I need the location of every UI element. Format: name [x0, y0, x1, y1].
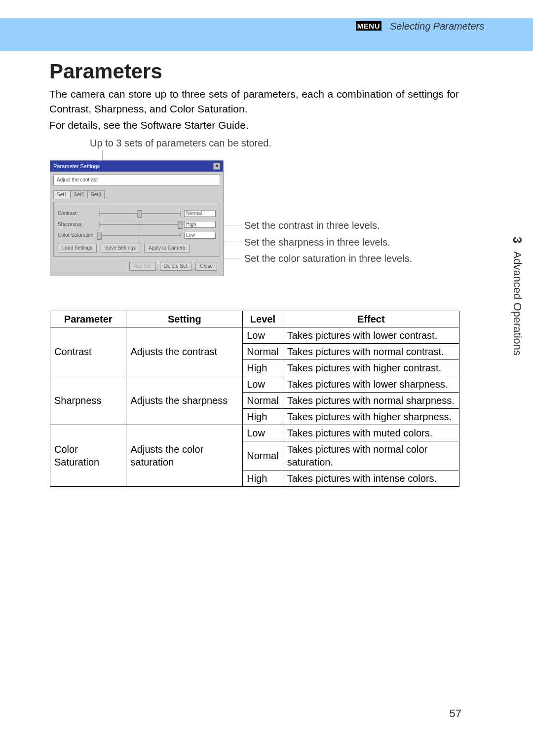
- cell-effect: Takes pictures with normal color saturat…: [283, 441, 459, 470]
- callout-sharpness: Set the sharpness in three levels.: [244, 237, 390, 247]
- dialog-title: Parameter Settings: [53, 164, 100, 169]
- cell-effect: Takes pictures with normal contrast.: [283, 344, 459, 360]
- dialog-button[interactable]: Load Settings: [58, 244, 97, 252]
- dialog-button[interactable]: Close: [195, 262, 217, 271]
- table-row: SharpnessAdjusts the sharpnessLowTakes p…: [50, 376, 459, 393]
- cell-parameter: Sharpness: [50, 376, 126, 425]
- cell-effect: Takes pictures with intense colors.: [283, 470, 459, 487]
- figure-caption-top: Up to 3 sets of parameters can be stored…: [90, 138, 271, 148]
- leader-line: [223, 225, 242, 225]
- slider-value: High: [184, 221, 216, 228]
- table-header: Setting: [126, 311, 243, 327]
- intro-text-2: For details, see the Software Starter Gu…: [49, 118, 459, 132]
- cell-effect: Takes pictures with lower contrast.: [283, 327, 459, 344]
- page-number: 57: [450, 708, 461, 719]
- cell-level: High: [243, 470, 283, 487]
- cell-level: High: [243, 360, 283, 376]
- chapter-tab: 3 Advanced Operations: [511, 237, 523, 356]
- cell-setting: Adjusts the contrast: [126, 327, 243, 376]
- callout-contrast: Set the contrast in three levels.: [244, 220, 380, 230]
- leader-line: [223, 242, 242, 242]
- cell-effect: Takes pictures with higher sharpness.: [283, 409, 459, 425]
- leader-line: [223, 258, 242, 258]
- table-row: ContrastAdjusts the contrastLowTakes pic…: [50, 327, 459, 344]
- slider-thumb[interactable]: [178, 221, 183, 229]
- page-title: Parameters: [49, 59, 459, 84]
- tab-set3[interactable]: Set3: [87, 190, 105, 199]
- cell-level: Normal: [243, 344, 283, 360]
- parameter-settings-dialog: Parameter Settings × Adjust the contrast…: [50, 160, 224, 276]
- slider-track[interactable]: [99, 232, 180, 239]
- table-header: Level: [243, 311, 283, 327]
- dialog-button[interactable]: Add Set: [129, 262, 156, 271]
- table-header: Parameter: [50, 311, 126, 327]
- slider-label: Contrast:: [58, 211, 99, 216]
- slider-row: Sharpness:High: [58, 221, 216, 228]
- cell-effect: Takes pictures with lower sharpness.: [283, 376, 459, 393]
- table-header: Effect: [283, 311, 459, 327]
- close-icon[interactable]: ×: [213, 163, 220, 170]
- cell-effect: Takes pictures with higher contrast.: [283, 360, 459, 376]
- dialog-button[interactable]: Apply to Camera: [144, 244, 190, 252]
- slider-track[interactable]: [99, 210, 180, 217]
- header-section: Selecting Parameters: [390, 21, 484, 31]
- cell-parameter: Contrast: [50, 327, 126, 376]
- callout-saturation: Set the color saturation in three levels…: [244, 253, 412, 263]
- cell-level: Normal: [243, 441, 283, 470]
- chapter-label: Advanced Operations: [511, 251, 524, 356]
- cell-level: Low: [243, 425, 283, 441]
- slider-track[interactable]: [99, 221, 180, 228]
- cell-level: High: [243, 409, 283, 425]
- dialog-tip: Adjust the contrast: [53, 175, 220, 185]
- intro-text-1: The camera can store up to three sets of…: [49, 87, 459, 116]
- dialog-button[interactable]: Delete Set: [160, 262, 192, 271]
- dialog-button[interactable]: Save Settings: [101, 244, 140, 252]
- leader-line: [102, 150, 103, 160]
- parameter-table: ParameterSettingLevelEffectContrastAdjus…: [50, 311, 459, 487]
- cell-setting: Adjusts the color saturation: [126, 425, 243, 487]
- slider-thumb[interactable]: [138, 210, 142, 218]
- cell-parameter: Color Saturation: [50, 425, 126, 487]
- tab-set2[interactable]: Set2: [71, 190, 88, 199]
- slider-value: Low: [184, 232, 216, 239]
- table-row: Color SaturationAdjusts the color satura…: [50, 425, 459, 441]
- tab-set1[interactable]: Set1: [53, 190, 71, 199]
- dialog-tabs: Set1 Set2 Set3: [53, 190, 220, 199]
- cell-level: Normal: [243, 393, 283, 409]
- cell-level: Low: [243, 327, 283, 344]
- slider-row: Color Saturation:Low: [58, 232, 216, 239]
- cell-effect: Takes pictures with normal sharpness.: [283, 393, 459, 409]
- menu-badge: MENU: [356, 21, 381, 31]
- cell-setting: Adjusts the sharpness: [126, 376, 243, 425]
- slider-value: Normal: [184, 210, 216, 217]
- slider-row: Contrast:Normal: [58, 210, 216, 217]
- slider-thumb[interactable]: [97, 232, 102, 240]
- cell-effect: Takes pictures with muted colors.: [283, 425, 459, 441]
- slider-label: Sharpness:: [58, 222, 99, 227]
- cell-level: Low: [243, 376, 283, 393]
- slider-label: Color Saturation:: [58, 233, 99, 238]
- chapter-number: 3: [511, 237, 524, 243]
